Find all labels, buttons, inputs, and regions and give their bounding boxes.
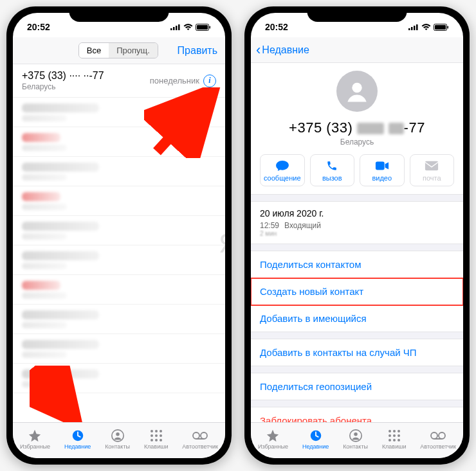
svg-point-21 xyxy=(193,432,199,439)
wifi-icon xyxy=(183,24,193,31)
row-share-contact[interactable]: Поделиться контактом xyxy=(251,251,463,278)
tab-contacts[interactable]: Контакты xyxy=(105,429,130,450)
tab-recents[interactable]: Недавние xyxy=(64,429,91,450)
segment-missed[interactable]: Пропущ. xyxy=(109,43,158,58)
svg-rect-29 xyxy=(435,25,446,30)
tab-recents[interactable]: Недавние xyxy=(302,429,329,450)
svg-point-39 xyxy=(398,430,400,432)
call-record: 20 июля 2020 г. 12:59 Входящий 2 мин xyxy=(251,201,463,244)
call-row-blur[interactable] xyxy=(13,127,225,157)
call-row-blur[interactable] xyxy=(13,216,225,245)
svg-point-19 xyxy=(155,439,158,441)
svg-rect-27 xyxy=(416,24,418,30)
svg-point-37 xyxy=(389,430,391,432)
row-block-caller[interactable]: Заблокировать абонента xyxy=(251,407,463,422)
call-row-blur[interactable] xyxy=(13,245,225,275)
info-icon[interactable]: i xyxy=(203,75,216,87)
svg-point-45 xyxy=(398,439,400,441)
recent-calls-list[interactable]: +375 (33) ···· ··-77 Беларусь понедельни… xyxy=(13,64,225,422)
svg-point-18 xyxy=(151,439,153,441)
svg-point-16 xyxy=(155,434,158,437)
status-indicators xyxy=(408,24,449,31)
call-row-blur[interactable] xyxy=(13,334,225,364)
svg-point-41 xyxy=(393,434,396,437)
battery-icon xyxy=(434,24,449,31)
battery-icon xyxy=(196,24,211,31)
svg-point-13 xyxy=(155,430,158,432)
tab-label: Избранные xyxy=(20,443,50,450)
status-time: 20:52 xyxy=(27,22,50,32)
status-time: 20:52 xyxy=(265,22,288,32)
segment-all[interactable]: Все xyxy=(79,43,109,58)
segmented-control[interactable]: Все Пропущ. xyxy=(78,42,158,58)
svg-rect-5 xyxy=(197,25,208,30)
call-row-blur[interactable] xyxy=(13,98,225,127)
svg-point-46 xyxy=(431,432,437,439)
row-add-existing[interactable]: Добавить в имеющийся xyxy=(251,305,463,332)
svg-point-31 xyxy=(352,83,362,93)
tab-label: Недавние xyxy=(64,443,91,450)
svg-rect-24 xyxy=(408,28,410,30)
tab-keypad[interactable]: Клавиши xyxy=(144,429,169,450)
row-share-location[interactable]: Поделиться геопозицией xyxy=(251,373,463,400)
call-row-top[interactable]: +375 (33) ···· ··-77 Беларусь понедельни… xyxy=(13,64,225,98)
person-circle-icon xyxy=(348,429,363,443)
tab-keypad[interactable]: Клавиши xyxy=(382,429,407,450)
tab-favorites[interactable]: Избранные xyxy=(20,429,50,450)
group-block: Заблокировать абонента xyxy=(251,407,463,422)
svg-rect-26 xyxy=(414,26,416,30)
tab-voicemail[interactable]: Автоответчик xyxy=(182,429,218,450)
svg-rect-3 xyxy=(178,24,180,30)
call-row-blur[interactable] xyxy=(13,305,225,334)
action-call[interactable]: вызов xyxy=(310,154,355,186)
tab-label: Клавиши xyxy=(144,443,169,450)
call-row-blur[interactable] xyxy=(13,157,225,186)
svg-point-42 xyxy=(398,434,400,437)
svg-rect-2 xyxy=(176,26,178,30)
svg-rect-1 xyxy=(173,27,175,30)
call-row-blur[interactable] xyxy=(13,186,225,216)
svg-rect-0 xyxy=(170,28,172,30)
svg-point-40 xyxy=(389,434,391,437)
cellular-icon xyxy=(170,24,181,30)
call-direction: Входящий xyxy=(284,221,321,230)
voicemail-icon xyxy=(430,429,446,443)
tab-label: Автоответчик xyxy=(182,443,218,450)
call-when: понедельник xyxy=(150,76,199,85)
back-button[interactable]: ‹ Недавние xyxy=(256,43,309,57)
tab-label: Недавние xyxy=(302,443,329,450)
navbar-recents: Все Пропущ. Править xyxy=(13,37,225,64)
screen-right: 20:52 ‹ Недавние +375 (33) -77 xyxy=(251,13,463,458)
call-row-blur[interactable] xyxy=(13,275,225,305)
voicemail-icon xyxy=(192,429,208,443)
mail-icon xyxy=(425,160,439,172)
clock-icon xyxy=(308,429,324,443)
tab-contacts[interactable]: Контакты xyxy=(343,429,368,450)
call-duration: 2 мин xyxy=(260,230,454,237)
call-row-blur[interactable] xyxy=(13,364,225,393)
svg-point-11 xyxy=(116,432,120,436)
tab-label: Контакты xyxy=(343,443,368,450)
group-emergency: Добавить в контакты на случай ЧП xyxy=(251,339,463,366)
navbar-contact: ‹ Недавние xyxy=(251,37,463,63)
row-add-emergency[interactable]: Добавить в контакты на случай ЧП xyxy=(251,339,463,366)
contact-detail[interactable]: +375 (33) -77 Беларусь сообщение вызов в… xyxy=(251,63,463,422)
action-video[interactable]: видео xyxy=(360,154,405,186)
call-date: 20 июля 2020 г. xyxy=(260,208,454,218)
svg-rect-32 xyxy=(376,162,385,170)
avatar xyxy=(336,71,378,112)
tab-label: Контакты xyxy=(105,443,130,450)
action-message[interactable]: сообщение xyxy=(260,154,305,186)
star-icon xyxy=(27,429,42,443)
phone-right: 20:52 ‹ Недавние +375 (33) -77 xyxy=(244,6,470,465)
actions-row: сообщение вызов видео почта xyxy=(251,148,463,195)
svg-point-14 xyxy=(160,430,162,432)
tab-label: Избранные xyxy=(258,443,288,450)
row-create-new-contact[interactable]: Создать новый контакт xyxy=(251,278,463,305)
group-contact-actions: Поделиться контактом Создать новый конта… xyxy=(251,251,463,332)
tab-voicemail[interactable]: Автоответчик xyxy=(420,429,456,450)
svg-point-20 xyxy=(160,439,162,441)
tab-label: Автоответчик xyxy=(420,443,456,450)
edit-button[interactable]: Править xyxy=(178,45,217,57)
tab-favorites[interactable]: Избранные xyxy=(258,429,288,450)
